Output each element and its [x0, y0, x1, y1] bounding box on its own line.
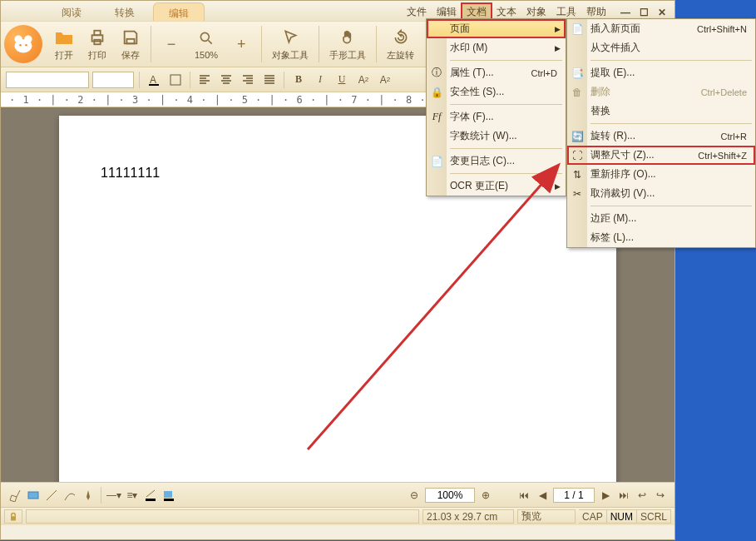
next-page-button[interactable]: ▶ — [598, 488, 613, 503]
object-tool-button[interactable]: 对象工具 — [265, 26, 315, 63]
font-family-combo[interactable] — [6, 72, 89, 88]
svg-point-1 — [15, 36, 22, 43]
save-icon — [121, 27, 141, 47]
svg-point-2 — [24, 36, 32, 43]
tab-edit[interactable]: 编辑 — [153, 2, 205, 21]
app-logo-icon — [4, 25, 42, 63]
toolbar-separator — [319, 26, 319, 62]
fill-color-icon[interactable] — [161, 488, 176, 503]
svg-rect-8 — [126, 38, 134, 43]
line-weight-icon[interactable]: ≡▾ — [125, 488, 140, 503]
font-color-button[interactable]: A — [145, 72, 163, 88]
shortcut-label: Ctrl+Shift+Z — [698, 151, 747, 161]
new-page-icon: 📄 — [571, 22, 584, 36]
underline-button[interactable]: U — [333, 72, 351, 88]
menu-insert-new-page[interactable]: 📄 插入新页面 Ctrl+Shift+N — [567, 19, 755, 38]
menu-security-label: 安全性 (S)... — [450, 85, 504, 99]
align-left-button[interactable] — [195, 72, 214, 88]
lock-icon: 🔒 — [430, 86, 443, 99]
pen-tool-icon[interactable] — [81, 488, 96, 503]
line-color-icon[interactable] — [143, 488, 158, 503]
menu-watermark[interactable]: 水印 (M) ▶ — [427, 38, 566, 57]
printer-icon — [87, 27, 107, 47]
menu-labels[interactable]: 标签 (L)... — [567, 228, 755, 247]
hand-icon — [338, 27, 358, 47]
svg-rect-6 — [94, 30, 100, 35]
hand-tool-button[interactable]: 手形工具 — [323, 26, 373, 63]
svg-rect-11 — [149, 84, 159, 86]
menu-separator — [590, 123, 752, 124]
align-right-button[interactable] — [239, 72, 257, 88]
menu-margins-label: 边距 (M)... — [590, 211, 636, 226]
menu-reorder[interactable]: ⇅ 重新排序 (O)... — [567, 165, 755, 184]
rotate-left-button[interactable]: 左旋转 — [380, 26, 421, 63]
print-button[interactable]: 打印 — [81, 26, 114, 63]
document-icon: 📄 — [430, 155, 443, 168]
save-button[interactable]: 保存 — [114, 26, 147, 63]
info-icon: ⓘ — [430, 67, 443, 80]
nav-back-button[interactable]: ↩ — [635, 488, 650, 503]
menu-properties[interactable]: ⓘ 属性 (T)... Ctrl+D — [427, 63, 566, 82]
tab-convert[interactable]: 转换 — [100, 2, 150, 21]
last-page-button[interactable]: ⏭ — [616, 488, 631, 503]
sub-label: A — [380, 74, 387, 86]
nav-forward-button[interactable]: ↪ — [653, 488, 668, 503]
folder-icon — [54, 27, 74, 47]
font-size-combo[interactable] — [92, 72, 134, 88]
zoom-in-button[interactable]: + — [225, 32, 258, 56]
superscript-button[interactable]: A2 — [354, 72, 373, 88]
svg-point-3 — [19, 44, 21, 46]
zoom-out-button[interactable]: − — [155, 32, 188, 56]
curve-tool-icon[interactable] — [62, 488, 77, 503]
prev-page-button[interactable]: ◀ — [535, 488, 550, 503]
submenu-arrow-icon: ▶ — [555, 44, 561, 52]
lock-status-icon — [4, 509, 22, 524]
align-justify-button[interactable] — [260, 72, 279, 88]
zoom-in-small-button[interactable]: ⊕ — [478, 488, 493, 503]
delete-icon: 🗑 — [571, 86, 584, 99]
hand-tool-label: 手形工具 — [329, 49, 366, 62]
object-tool-label: 对象工具 — [272, 49, 309, 62]
menu-rotate[interactable]: 🔄 旋转 (R)... Ctrl+R — [567, 127, 755, 146]
minimize-button[interactable]: — — [618, 6, 633, 19]
first-page-button[interactable]: ⏮ — [516, 488, 531, 503]
menu-security[interactable]: 🔒 安全性 (S)... — [427, 82, 566, 102]
menu-extract[interactable]: 📑 提取 (E)... — [567, 63, 755, 82]
open-label: 打开 — [55, 49, 73, 62]
rect-tool-icon[interactable] — [26, 488, 41, 503]
highlight-button[interactable] — [166, 72, 185, 88]
menu-uncrop[interactable]: ✂ 取消裁切 (V)... — [567, 184, 755, 203]
zoom-out-small-button[interactable]: ⊖ — [407, 488, 422, 503]
menu-delete: 🗑 删除 Ctrl+Delete — [567, 82, 755, 102]
menu-wordcount[interactable]: 字数统计 (W)... — [427, 127, 566, 146]
menu-font[interactable]: Ff 字体 (F)... — [427, 107, 566, 127]
menu-ocr[interactable]: OCR 更正(E) ▶ — [427, 176, 566, 196]
svg-point-9 — [200, 32, 209, 41]
zoom-combo[interactable]: 100% — [425, 488, 475, 503]
zoom-indicator[interactable]: 150% — [188, 27, 225, 62]
menu-margins[interactable]: 边距 (M)... — [567, 209, 755, 228]
align-center-button[interactable] — [217, 72, 235, 88]
menu-changelog[interactable]: 📄 变更日志 (C)... — [427, 151, 566, 171]
line-style-icon[interactable]: —▾ — [106, 488, 121, 503]
bold-button[interactable]: B — [289, 72, 308, 88]
close-button[interactable]: ✕ — [655, 6, 670, 19]
line-tool-icon[interactable] — [44, 488, 59, 503]
menu-watermark-label: 水印 (M) — [450, 41, 487, 55]
maximize-button[interactable]: ☐ — [636, 6, 651, 19]
menu-ocr-label: OCR 更正(E) — [450, 179, 508, 193]
menu-resize[interactable]: ⛶ 调整尺寸 (Z)... Ctrl+Shift+Z — [567, 146, 755, 165]
italic-button[interactable]: I — [311, 72, 329, 88]
subscript-button[interactable]: A2 — [376, 72, 394, 88]
page-indicator[interactable]: 1 / 1 — [553, 488, 595, 503]
svg-rect-16 — [164, 499, 174, 501]
menu-replace[interactable]: 替换 — [567, 102, 755, 121]
tab-read[interactable]: 阅读 — [47, 2, 96, 21]
menu-changelog-label: 变更日志 (C)... — [450, 154, 515, 168]
menu-insert-from-file[interactable]: 从文件插入 — [567, 38, 755, 57]
menu-page[interactable]: 页面 ▶ — [427, 19, 566, 38]
menu-insert-new-label: 插入新页面 — [590, 22, 640, 36]
open-button[interactable]: 打开 — [47, 26, 81, 63]
shortcut-label: Ctrl+Shift+N — [697, 24, 747, 34]
edit-tool-icon[interactable] — [7, 488, 22, 503]
